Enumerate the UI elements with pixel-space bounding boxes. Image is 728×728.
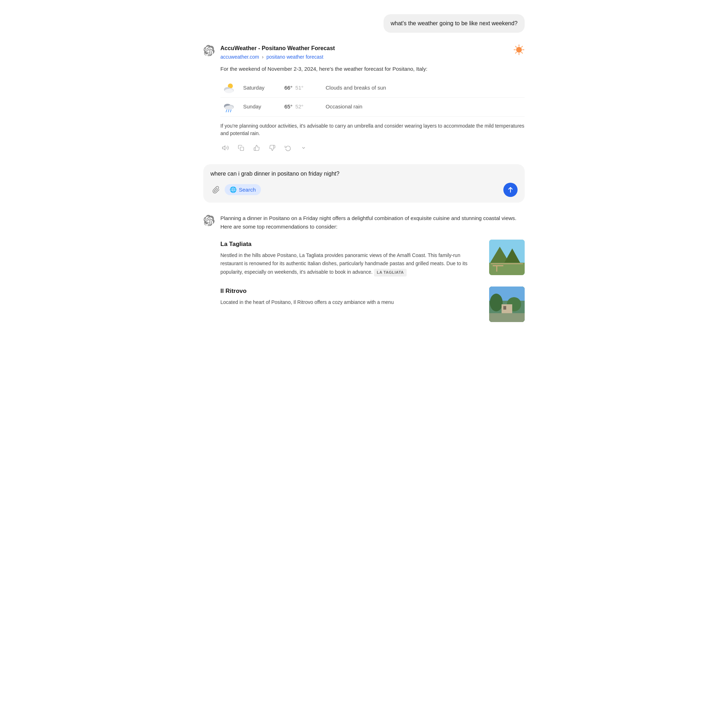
breadcrumb-separator: › <box>262 54 264 60</box>
sun-icon <box>513 44 525 58</box>
svg-rect-35 <box>489 313 525 322</box>
thumbdown-icon[interactable] <box>267 143 277 153</box>
restaurant-tag-0: LA TAGLIATA <box>374 269 407 277</box>
refresh-icon[interactable] <box>283 143 293 153</box>
input-toolbar-left: 🌐 Search <box>210 184 261 196</box>
weather-row-sunday: Sunday 65° 52° Occasional rain <box>220 98 525 116</box>
weather-day-saturday: Saturday <box>243 84 279 92</box>
dinner-content: Planning a dinner in Positano on a Frida… <box>220 214 525 332</box>
restaurant-card-0: La Tagliata Nestled in the hills above P… <box>220 240 525 277</box>
user-bubble-1: what's the weather going to be like next… <box>384 14 525 33</box>
svg-line-6 <box>522 52 523 54</box>
weather-desc-saturday: Clouds and breaks of sun <box>326 84 525 92</box>
thumbup-icon[interactable] <box>252 143 262 153</box>
chevron-down-icon[interactable] <box>298 143 309 153</box>
svg-line-18 <box>230 110 231 112</box>
search-button[interactable]: 🌐 Search <box>225 184 261 195</box>
weather-high-saturday: 66° <box>284 85 292 91</box>
svg-point-0 <box>516 47 522 53</box>
svg-rect-33 <box>502 304 512 313</box>
input-toolbar: 🌐 Search <box>210 183 518 197</box>
weather-high-sunday: 65° <box>284 104 292 110</box>
globe-icon: 🌐 <box>229 186 237 193</box>
weather-icon-saturday <box>220 83 237 94</box>
svg-rect-27 <box>496 266 497 272</box>
restaurant-image-0 <box>489 240 525 275</box>
weather-source-title: AccuWeather - Positano Weather Forecast <box>220 44 525 53</box>
svg-line-5 <box>515 46 517 47</box>
restaurant-name-0: La Tagliata <box>220 240 482 249</box>
restaurant-info-0: La Tagliata Nestled in the hills above P… <box>220 240 482 277</box>
dinner-intro-text: Planning a dinner in Positano on a Frida… <box>220 214 525 231</box>
weather-temp-saturday: 66° 51° <box>284 84 320 92</box>
restaurant-image-1 <box>489 286 525 322</box>
svg-point-15 <box>225 106 233 110</box>
svg-point-12 <box>225 89 233 93</box>
svg-marker-19 <box>223 146 225 150</box>
user-message-text-1: what's the weather going to be like next… <box>391 20 518 26</box>
svg-rect-20 <box>240 147 244 150</box>
weather-temp-sunday: 65° 52° <box>284 103 320 111</box>
svg-line-7 <box>522 46 523 47</box>
weather-icon-sunday <box>220 101 237 113</box>
svg-line-16 <box>226 110 227 112</box>
restaurant-info-1: Il Ritrovo Located in the heart of Posit… <box>220 286 482 306</box>
svg-line-17 <box>228 110 229 112</box>
action-icons-bar <box>220 143 525 153</box>
attach-button[interactable] <box>210 184 222 196</box>
restaurant-card-1: Il Ritrovo Located in the heart of Posit… <box>220 286 525 322</box>
weather-day-sunday: Sunday <box>243 103 279 111</box>
weather-low-saturday: 51° <box>295 85 304 91</box>
svg-point-31 <box>490 294 503 311</box>
input-text[interactable]: where can i grab dinner in positano on f… <box>210 170 518 178</box>
weather-desc-sunday: Occasional rain <box>326 103 525 111</box>
restaurant-desc-0: Nestled in the hills above Positano, La … <box>220 251 482 276</box>
weather-content: AccuWeather - Positano Weather Forecast … <box>220 44 525 153</box>
weather-row-saturday: Saturday 66° 51° Clouds and breaks of su… <box>220 79 525 98</box>
send-button[interactable] <box>503 183 518 197</box>
ai-weather-response: AccuWeather - Positano Weather Forecast … <box>203 44 525 153</box>
weather-intro-text: For the weekend of November 2-3, 2024, h… <box>220 65 525 73</box>
weather-breadcrumb: accuweather.com › positano weather forec… <box>220 54 525 61</box>
svg-rect-26 <box>492 265 503 266</box>
audio-icon[interactable] <box>220 143 230 153</box>
svg-rect-22 <box>489 240 525 255</box>
chatgpt-avatar-2 <box>203 215 215 226</box>
weather-low-sunday: 52° <box>295 104 304 110</box>
weather-path-link[interactable]: positano weather forecast <box>266 54 323 60</box>
svg-rect-25 <box>489 263 525 275</box>
user-message-1: what's the weather going to be like next… <box>203 14 525 33</box>
weather-source-wrapper: AccuWeather - Positano Weather Forecast … <box>220 44 525 61</box>
ai-dinner-response: Planning a dinner in Positano on a Frida… <box>203 214 525 332</box>
weather-domain-link[interactable]: accuweather.com <box>220 54 259 60</box>
restaurant-name-1: Il Ritrovo <box>220 286 482 296</box>
restaurant-item-1: Il Ritrovo Located in the heart of Posit… <box>220 286 525 322</box>
restaurant-desc-1: Located in the heart of Positano, Il Rit… <box>220 298 482 306</box>
restaurant-item-0: La Tagliata Nestled in the hills above P… <box>220 240 525 277</box>
chatgpt-avatar <box>203 45 215 56</box>
input-container: where can i grab dinner in positano on f… <box>203 164 525 203</box>
search-button-label: Search <box>239 187 256 193</box>
weather-advice-text: If you're planning outdoor activities, i… <box>220 122 525 137</box>
svg-rect-34 <box>503 306 506 310</box>
svg-line-8 <box>515 52 517 54</box>
copy-icon[interactable] <box>236 143 246 153</box>
